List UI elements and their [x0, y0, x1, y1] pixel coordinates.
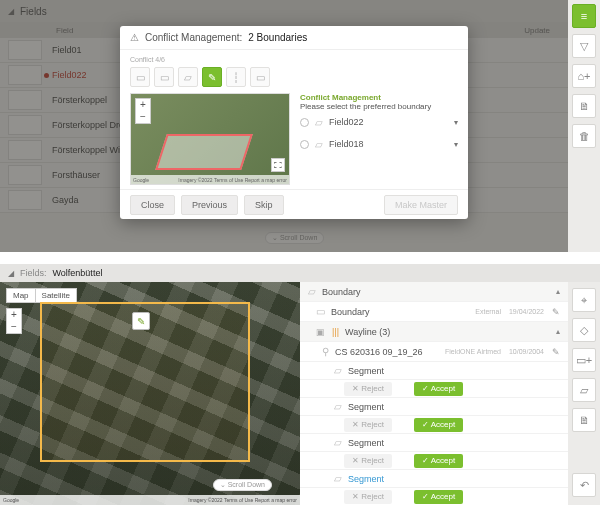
rail-button-3[interactable]: 🗎: [572, 94, 596, 118]
segment-label: Segment: [348, 366, 384, 376]
breadcrumb-b[interactable]: Wolfenbüttel: [53, 268, 103, 278]
rail-button-4[interactable]: 🗑: [572, 124, 596, 148]
reject-button[interactable]: ✕ Reject: [344, 454, 392, 468]
segment-actions: ✕ Reject ✓ Accept: [300, 452, 568, 470]
rail-button-5[interactable]: ↶: [572, 473, 596, 497]
rail-button-2[interactable]: ⌂+: [572, 64, 596, 88]
boundary-map[interactable]: +− ⛶ GoogleImagery ©2022 Terms of Use Re…: [130, 93, 290, 185]
reject-button[interactable]: ✕ Reject: [344, 382, 392, 396]
modal-header: ⚠ Conflict Management: 2 Boundaries: [120, 26, 468, 50]
segment-item[interactable]: ▱ Segment: [300, 470, 568, 488]
segment-actions: ✕ Reject ✓ Accept: [300, 488, 568, 505]
boundary-label: Boundary: [331, 307, 370, 317]
boundary-group[interactable]: ▱ Boundary ▴: [300, 282, 568, 302]
make-master-button[interactable]: Make Master: [384, 195, 458, 215]
map-attrib-l: Google: [133, 177, 149, 183]
boundary-source: External: [475, 308, 501, 315]
segment-item[interactable]: ▱ Segment: [300, 434, 568, 452]
expand-icon[interactable]: ▣: [316, 327, 326, 337]
segment-icon: ▱: [334, 473, 342, 484]
col-update[interactable]: Update: [524, 26, 550, 35]
modal-title-b: 2 Boundaries: [248, 32, 307, 43]
fullscreen-icon[interactable]: ⛶: [271, 158, 285, 172]
map-mode-satellite[interactable]: Satellite: [36, 288, 77, 303]
rail-button-0[interactable]: ⌖: [572, 288, 596, 312]
reject-button[interactable]: ✕ Reject: [344, 490, 392, 504]
boundary-option[interactable]: ▱ Field018 ▾: [300, 133, 458, 155]
segment-label: Segment: [348, 474, 384, 484]
panel-title: Fields: [20, 6, 47, 17]
tool-4-active[interactable]: ✎: [202, 67, 222, 87]
close-button[interactable]: Close: [130, 195, 175, 215]
boundary-item[interactable]: ▭ Boundary External 19/04/2022 ✎: [300, 302, 568, 322]
tool-6[interactable]: ▭: [250, 67, 270, 87]
choose-header: Conflict Management Please select the pr…: [300, 93, 458, 111]
field-thumb: [8, 40, 42, 60]
map-attrib-r: Imagery ©2022 Terms of Use Report a map …: [188, 497, 297, 503]
rail-button-3[interactable]: ▱: [572, 378, 596, 402]
panel-header: ◢ Fields: [0, 0, 600, 22]
tool-1[interactable]: ▭: [130, 67, 150, 87]
layer-icon: ▱: [308, 286, 316, 297]
tool-5[interactable]: ┆: [226, 67, 246, 87]
map-attrib-r: Imagery ©2022 Terms of Use Report a map …: [178, 177, 287, 183]
radio-icon[interactable]: [300, 118, 309, 127]
reject-button[interactable]: ✕ Reject: [344, 418, 392, 432]
cs-item[interactable]: ⚲ CS 620316 09_19_26 FieldONE Airtmed 10…: [300, 342, 568, 362]
field-thumb: [8, 190, 42, 210]
edit-icon[interactable]: ✎: [552, 307, 560, 317]
segment-label: Segment: [348, 438, 384, 448]
shape-icon: ▱: [315, 117, 323, 128]
radio-icon[interactable]: [300, 140, 309, 149]
segment-label: Segment: [348, 402, 384, 412]
breadcrumb-bar: ◢ Fields: Wolfenbüttel: [0, 264, 600, 282]
boundary-option[interactable]: ▱ Field022 ▾: [300, 111, 458, 133]
map-mode-map[interactable]: Map: [6, 288, 36, 303]
segment-item[interactable]: ▱ Segment: [300, 362, 568, 380]
boundary-toolbar: ▭ ▭ ▱ ✎ ┆ ▭: [130, 67, 458, 87]
rail-button-4[interactable]: 🗎: [572, 408, 596, 432]
collapse-icon[interactable]: ◢: [8, 7, 14, 16]
warning-icon: ⚠: [130, 32, 139, 43]
segment-item[interactable]: ▱ Segment: [300, 398, 568, 416]
option-label: Field022: [329, 117, 364, 127]
tool-2[interactable]: ▭: [154, 67, 174, 87]
edit-marker-icon[interactable]: ✎: [132, 312, 150, 330]
boundary-date: 19/04/2022: [509, 308, 544, 315]
breadcrumb-a: Fields:: [20, 268, 47, 278]
accept-button[interactable]: ✓ Accept: [414, 382, 463, 396]
segment-icon: ▱: [334, 365, 342, 376]
satellite-map[interactable]: Map Satellite +− ✎ ⌄ Scroll Down GoogleI…: [0, 282, 300, 505]
zoom-controls[interactable]: +−: [135, 98, 151, 124]
tool-3[interactable]: ▱: [178, 67, 198, 87]
rail-button-0[interactable]: ≡: [572, 4, 596, 28]
rail-button-2[interactable]: ▭+: [572, 348, 596, 372]
field-thumb: [8, 115, 42, 135]
wayline-group[interactable]: ▣ ||| Wayline (3) ▴: [300, 322, 568, 342]
segment-icon: ▱: [334, 401, 342, 412]
chevron-down-icon[interactable]: ▾: [454, 140, 458, 149]
accept-button[interactable]: ✓ Accept: [414, 490, 463, 504]
chevron-down-icon[interactable]: ▾: [454, 118, 458, 127]
cs-source: FieldONE Airtmed: [445, 348, 501, 355]
collapse-icon[interactable]: ◢: [8, 269, 14, 278]
map-attrib-l: Google: [3, 497, 19, 503]
collapse-icon[interactable]: ▴: [556, 327, 560, 336]
rail-button-1[interactable]: ◇: [572, 318, 596, 342]
skip-button[interactable]: Skip: [244, 195, 284, 215]
active-dot-icon: [44, 73, 49, 78]
previous-button[interactable]: Previous: [181, 195, 238, 215]
collapse-icon[interactable]: ▴: [556, 287, 560, 296]
segment-icon: ▱: [334, 437, 342, 448]
accept-button[interactable]: ✓ Accept: [414, 418, 463, 432]
scroll-down-pill[interactable]: ⌄ Scroll Down: [213, 479, 272, 491]
field-thumb: [8, 65, 42, 85]
edit-icon[interactable]: ✎: [552, 347, 560, 357]
segment-actions: ✕ Reject ✓ Accept: [300, 380, 568, 398]
rail-button-1[interactable]: ▽: [572, 34, 596, 58]
accept-button[interactable]: ✓ Accept: [414, 454, 463, 468]
conflict-modal: ⚠ Conflict Management: 2 Boundaries Conf…: [120, 26, 468, 219]
zoom-controls[interactable]: +−: [6, 308, 22, 334]
scroll-down-pill[interactable]: ⌄ Scroll Down: [265, 232, 324, 244]
conflict-counter: Conflict 4/6: [130, 56, 458, 63]
